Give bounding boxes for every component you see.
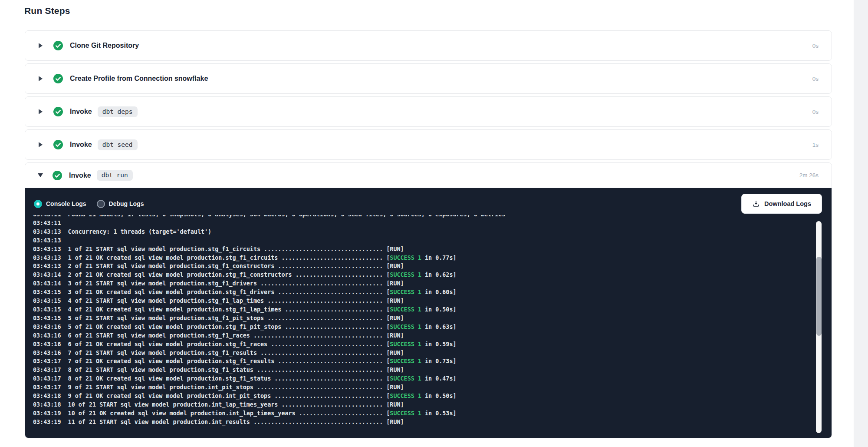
console-logs-label: Console Logs (46, 200, 86, 207)
success-check-icon (53, 74, 63, 83)
log-line: 03:43:19 10 of 21 OK created sql view mo… (33, 409, 832, 418)
radio-unselected-icon[interactable] (97, 200, 105, 208)
command-chip: dbt deps (98, 106, 138, 117)
log-line: 03:43:13 1 of 21 OK created sql view mod… (33, 254, 832, 262)
step-row-dbt-deps[interactable]: Invoke dbt deps 0s (25, 97, 832, 126)
step-card-dbt-run: Invoke dbt run 2m 26s Console Logs Debug… (25, 162, 832, 438)
download-logs-label: Download Logs (764, 200, 811, 207)
radio-selected-icon[interactable] (34, 200, 42, 208)
download-logs-button[interactable]: Download Logs (741, 194, 822, 214)
log-line: 03:43:13 Concurrency: 1 threads (target=… (33, 228, 832, 236)
step-row-clone-git[interactable]: Clone Git Repository 0s (25, 31, 832, 60)
log-line: 03:43:15 5 of 21 START sql view model pr… (33, 314, 832, 323)
log-line: 03:43:18 10 of 21 START sql view model p… (33, 401, 832, 409)
log-line: 03:43:14 2 of 21 OK created sql view mod… (33, 271, 832, 279)
page-title: Run Steps (24, 6, 70, 16)
step-row-dbt-run[interactable]: Invoke dbt run 2m 26s (25, 163, 832, 188)
log-line: 03:43:18 9 of 21 OK created sql view mod… (33, 392, 832, 401)
command-chip: dbt seed (98, 139, 138, 150)
success-check-icon (53, 171, 62, 180)
log-line: 03:43:16 6 of 21 OK created sql view mod… (33, 340, 832, 349)
step-row-dbt-seed[interactable]: Invoke dbt seed 1s (25, 130, 832, 159)
success-check-icon (53, 140, 63, 149)
log-line: 03:43:17 9 of 21 START sql view model pr… (33, 383, 832, 392)
step-label: Create Profile from Connection snowflake (70, 75, 208, 83)
console-logs-radio[interactable]: Console Logs (34, 200, 86, 208)
step-row-create-profile[interactable]: Create Profile from Connection snowflake… (25, 64, 832, 93)
console-log-output[interactable]: 03:43:11 Found 21 models, 17 tests, 0 sn… (25, 215, 832, 438)
chevron-right-icon[interactable] (39, 76, 43, 81)
console-header: Console Logs Debug Logs Download Logs (25, 188, 832, 215)
chevron-right-icon[interactable] (39, 142, 43, 147)
page-right-gutter (854, 0, 868, 447)
console-log-panel: Console Logs Debug Logs Download Logs 03… (25, 188, 832, 438)
chevron-down-icon[interactable] (38, 173, 43, 177)
log-line: 03:43:11 (33, 219, 832, 228)
step-card-dbt-deps: Invoke dbt deps 0s (25, 96, 832, 127)
log-line: 03:43:16 5 of 21 OK created sql view mod… (33, 323, 832, 331)
chevron-right-icon[interactable] (39, 43, 43, 48)
log-line: 03:43:13 2 of 21 START sql view model pr… (33, 262, 832, 271)
log-line: 03:43:16 7 of 21 START sql view model pr… (33, 349, 832, 358)
step-duration: 0s (812, 76, 819, 82)
log-line: 03:43:16 6 of 21 START sql view model pr… (33, 331, 832, 340)
log-line: 03:43:17 8 of 21 OK created sql view mod… (33, 374, 832, 383)
log-lines: 03:43:11 Found 21 models, 17 tests, 0 sn… (25, 215, 832, 427)
log-scrollbar-track[interactable] (816, 221, 822, 433)
debug-logs-label: Debug Logs (109, 200, 144, 207)
log-line: 03:43:11 Found 21 models, 17 tests, 0 sn… (33, 215, 832, 219)
log-line: 03:43:13 1 of 21 START sql view model pr… (33, 245, 832, 254)
log-line: 03:43:17 7 of 21 OK created sql view mod… (33, 357, 832, 366)
log-line: 03:43:14 3 of 21 START sql view model pr… (33, 279, 832, 288)
step-label: Invoke (70, 141, 92, 149)
step-label: Invoke (70, 108, 92, 116)
step-duration: 0s (812, 43, 819, 49)
step-card-dbt-seed: Invoke dbt seed 1s (25, 129, 832, 160)
step-duration: 2m 26s (799, 172, 819, 179)
log-line: 03:43:15 4 of 21 OK created sql view mod… (33, 305, 832, 314)
run-steps-page: Run Steps Clone Git Repository 0s Create… (0, 0, 868, 447)
step-label: Invoke (69, 172, 91, 179)
log-line: 03:43:19 11 of 21 START sql view model p… (33, 418, 832, 427)
step-duration: 1s (812, 142, 819, 148)
run-steps-list: Clone Git Repository 0s Create Profile f… (25, 30, 832, 441)
log-line: 03:43:15 4 of 21 START sql view model pr… (33, 297, 832, 305)
log-line: 03:43:17 8 of 21 START sql view model pr… (33, 366, 832, 374)
download-icon (752, 200, 760, 208)
success-check-icon (53, 107, 63, 116)
step-duration: 0s (812, 109, 819, 115)
log-line: 03:43:15 3 of 21 OK created sql view mod… (33, 288, 832, 297)
debug-logs-radio[interactable]: Debug Logs (97, 200, 144, 208)
step-label: Clone Git Repository (70, 42, 139, 50)
log-line: 03:43:13 (33, 236, 832, 245)
step-card-clone-git: Clone Git Repository 0s (25, 30, 832, 61)
success-check-icon (53, 41, 63, 50)
chevron-right-icon[interactable] (39, 109, 43, 114)
log-scrollbar-thumb[interactable] (816, 257, 822, 336)
step-card-create-profile: Create Profile from Connection snowflake… (25, 63, 832, 94)
command-chip: dbt run (97, 170, 133, 181)
